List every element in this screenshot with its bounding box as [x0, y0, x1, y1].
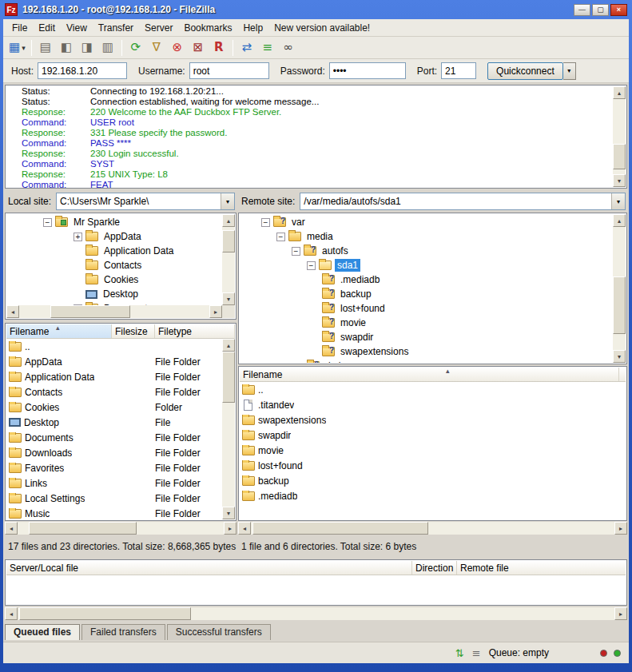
file-row-mediadb[interactable]: .mediadb: [240, 488, 626, 503]
maximize-button[interactable]: ▢: [592, 4, 609, 16]
queue-horizontal-scrollbar[interactable]: ◂ ▸: [5, 607, 627, 620]
tree-expander[interactable]: −: [276, 233, 285, 241]
directory-comparison-button[interactable]: ⇄: [237, 38, 257, 58]
tree-expander[interactable]: +: [74, 233, 82, 241]
dropdown-arrow-icon[interactable]: ▾: [22, 44, 26, 52]
scrollbar-thumb[interactable]: [252, 522, 428, 535]
scroll-up-button[interactable]: ▴: [222, 339, 235, 352]
scroll-down-button[interactable]: ▾: [613, 350, 626, 363]
queueview-button[interactable]: ▥: [97, 38, 118, 58]
scroll-right-button[interactable]: ▸: [209, 305, 222, 318]
tree-expander[interactable]: −: [307, 261, 316, 270]
tree-expander[interactable]: −: [261, 218, 270, 227]
file-row-documents[interactable]: DocumentsFile Folder: [6, 430, 222, 445]
scrollbar-thumb[interactable]: [222, 352, 235, 403]
speed-limits-icon[interactable]: ⇅: [455, 647, 464, 659]
file-row-titandev[interactable]: .titandev: [240, 397, 626, 412]
site-manager-button[interactable]: ▦▾: [6, 38, 28, 58]
tree-item-swapextensions[interactable]: swapextensions: [240, 344, 613, 359]
file-row-backup[interactable]: backup: [240, 473, 626, 488]
scroll-up-button[interactable]: ▴: [613, 214, 626, 227]
file-row-downloads[interactable]: DownloadsFile Folder: [6, 445, 222, 460]
menu-server[interactable]: Server: [139, 21, 178, 35]
column-header-filename[interactable]: Filename ▴: [6, 324, 112, 338]
scroll-down-button[interactable]: ▾: [222, 292, 235, 305]
menu-bookmarks[interactable]: Bookmarks: [178, 21, 237, 35]
port-input[interactable]: [441, 62, 476, 79]
directory-listing-filter-icon[interactable]: ≡: [472, 647, 481, 659]
file-row-application-data[interactable]: Application DataFile Folder: [6, 369, 222, 384]
column-header-remote-file[interactable]: Remote file: [457, 561, 626, 575]
tab-failed-transfers[interactable]: Failed transfers: [81, 624, 165, 640]
column-header-direction[interactable]: Direction: [412, 561, 457, 575]
scrollbar-thumb[interactable]: [50, 305, 130, 318]
remote-list-horizontal-scrollbar[interactable]: ◂ ▸: [238, 522, 627, 535]
scroll-right-button[interactable]: ▸: [614, 607, 627, 620]
file-row-swapextensions[interactable]: swapextensions: [240, 412, 626, 427]
file-row-desktop[interactable]: DesktopFile: [6, 415, 222, 430]
tree-item-dvd[interactable]: dvd: [240, 359, 613, 363]
cancel-button[interactable]: ⊗: [167, 38, 188, 58]
password-input[interactable]: [329, 62, 406, 79]
tree-item-backup[interactable]: backup: [240, 287, 613, 301]
local-tree-horizontal-scrollbar[interactable]: ◂ ▸: [6, 305, 222, 318]
scrollbar-thumb[interactable]: [613, 144, 626, 169]
chevron-down-icon[interactable]: ▾: [611, 193, 625, 209]
scroll-left-button[interactable]: ◂: [6, 305, 19, 318]
file-row-cookies[interactable]: CookiesFolder: [6, 400, 222, 415]
remote-tree-vertical-scrollbar[interactable]: ▴ ▾: [613, 214, 626, 363]
scroll-left-button[interactable]: ◂: [5, 607, 18, 620]
tab-successful-transfers[interactable]: Successful transfers: [167, 624, 271, 640]
file-row-movie[interactable]: movie: [240, 443, 626, 458]
reconnect-button[interactable]: R: [209, 38, 229, 58]
scrollbar-thumb[interactable]: [222, 230, 235, 252]
synchronized-browsing-button[interactable]: ≡: [257, 38, 278, 58]
tree-item-cookies[interactable]: Cookies: [6, 272, 222, 287]
scroll-down-button[interactable]: ▾: [613, 174, 626, 187]
column-header-server-local-file[interactable]: Server/Local file: [6, 561, 412, 575]
host-input[interactable]: [38, 62, 127, 79]
file-row-favorites[interactable]: FavoritesFile Folder: [6, 460, 222, 475]
menu-help[interactable]: Help: [237, 21, 268, 35]
file-row-links[interactable]: LinksFile Folder: [6, 475, 222, 491]
tree-item-autofs[interactable]: −autofs: [240, 244, 613, 258]
title-bar[interactable]: Fz 192.168.1.20 - root@192.168.1.20 - Fi…: [0, 0, 632, 19]
tree-expander[interactable]: −: [292, 247, 300, 256]
scroll-up-button[interactable]: ▴: [613, 86, 626, 99]
local-path-combo[interactable]: C:\Users\Mr Sparkle\ ▾: [56, 193, 235, 210]
file-row-lost-found[interactable]: lost+found: [240, 458, 626, 473]
tree-item-var[interactable]: −var: [240, 215, 613, 229]
file-row-up[interactable]: ..: [6, 339, 222, 354]
file-row-local-settings[interactable]: Local SettingsFile Folder: [6, 491, 222, 506]
column-header-filename[interactable]: Filename ▴: [240, 368, 619, 381]
filter-button[interactable]: ∇: [146, 38, 167, 58]
tree-expander[interactable]: −: [43, 218, 52, 227]
quickconnect-button[interactable]: Quickconnect: [487, 62, 563, 80]
remote-treeview-button[interactable]: ◨: [77, 38, 97, 58]
tree-item-application-data[interactable]: Application Data: [6, 244, 222, 258]
message-log-button[interactable]: ▤: [35, 38, 56, 58]
local-treeview-button[interactable]: ◧: [56, 38, 77, 58]
tree-item-swapdir[interactable]: swapdir: [240, 330, 613, 344]
tree-item-lost-found[interactable]: lost+found: [240, 301, 613, 316]
tree-item-media[interactable]: −media: [240, 229, 613, 244]
username-input[interactable]: [189, 62, 269, 79]
scroll-down-button[interactable]: ▾: [222, 507, 235, 519]
quickconnect-dropdown-button[interactable]: ▾: [563, 62, 576, 80]
file-row-contacts[interactable]: ContactsFile Folder: [6, 384, 222, 400]
refresh-button[interactable]: ⟳: [125, 38, 146, 58]
chevron-down-icon[interactable]: ▾: [221, 193, 234, 209]
local-tree-vertical-scrollbar[interactable]: ▴ ▾: [222, 214, 235, 305]
menu-file[interactable]: File: [6, 21, 33, 35]
file-row-up[interactable]: ..: [240, 382, 626, 397]
remote-path-combo[interactable]: /var/media/autofs/sda1 ▾: [300, 193, 626, 210]
file-row-appdata[interactable]: AppDataFile Folder: [6, 354, 222, 369]
tree-item-movie[interactable]: movie: [240, 316, 613, 330]
close-button[interactable]: ×: [610, 4, 627, 16]
local-list-vertical-scrollbar[interactable]: ▴ ▾: [222, 339, 235, 519]
scroll-left-button[interactable]: ◂: [238, 522, 251, 535]
minimize-button[interactable]: —: [574, 4, 590, 16]
column-header-filetype[interactable]: Filetype: [155, 324, 235, 338]
menu-view[interactable]: View: [61, 21, 93, 35]
local-list-horizontal-scrollbar[interactable]: ◂ ▸: [5, 522, 237, 535]
